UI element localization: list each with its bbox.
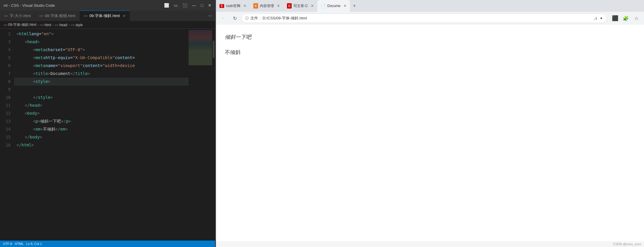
file-label: 文件 bbox=[250, 16, 258, 21]
line-num-8: 8 bbox=[0, 78, 11, 86]
breadcrumb-style-icon: <> bbox=[71, 23, 75, 27]
browser-content: 倾斜一下吧 不倾斜 bbox=[216, 25, 644, 241]
minimap-preview bbox=[189, 30, 212, 65]
scrollbar[interactable] bbox=[212, 29, 215, 241]
tab-font-size-label: 字-大小.html bbox=[10, 13, 31, 19]
browser-tab-document[interactable]: 📄 Docume ✕ bbox=[317, 0, 350, 12]
line-num-12: 12 bbox=[0, 109, 11, 117]
code-content[interactable]: <html lang="en"> <head> <meta charset="U… bbox=[14, 29, 189, 241]
breadcrumb-html-label: html bbox=[44, 23, 51, 27]
breadcrumb-style[interactable]: <> style bbox=[71, 23, 83, 27]
address-sep: | bbox=[260, 16, 261, 20]
tab-html-icon-2: <> bbox=[39, 14, 43, 18]
code-line-13: <p>倾斜一下吧</p> bbox=[14, 117, 189, 125]
code-editor[interactable]: 2 3 4 5 6 7 8 9 10 11 12 13 14 15 16 <ht… bbox=[0, 29, 215, 241]
breadcrumb-sep-1: › bbox=[37, 23, 39, 27]
sidebar-toggle-icon[interactable]: ⬛ bbox=[182, 3, 187, 8]
line-num-2: 2 bbox=[0, 30, 11, 38]
line-num-6: 6 bbox=[0, 62, 11, 70]
csdn-favicon: C bbox=[219, 4, 224, 8]
code-line-9 bbox=[14, 86, 189, 94]
favorites-bar-icon[interactable]: ☆ bbox=[632, 14, 641, 23]
line-num-15: 15 bbox=[0, 133, 11, 141]
status-bar: UTF-8 HTML Ln 8, Col 1 bbox=[0, 241, 215, 247]
back-button[interactable]: ← bbox=[219, 14, 228, 23]
browser-action-icons: ⬛ 🧩 ☆ bbox=[610, 14, 641, 23]
tab-font-italic[interactable]: <> 09-字体-倾斜.html ✕ bbox=[80, 11, 130, 21]
breadcrumb-head[interactable]: <> head bbox=[55, 23, 67, 27]
address-text[interactable]: D:/CSS/09-字体-倾斜.html bbox=[262, 16, 592, 21]
breadcrumb-sep-3: › bbox=[68, 23, 70, 27]
browser-chrome: C csdn官网 ✕ C 内容管理 ✕ C bbox=[216, 0, 644, 25]
line-numbers: 2 3 4 5 6 7 8 9 10 11 12 13 14 15 16 bbox=[0, 29, 14, 241]
code-line-7: <title>Document</title> bbox=[14, 70, 189, 78]
close-icon[interactable]: ✕ bbox=[208, 3, 212, 8]
scrollbar-thumb[interactable] bbox=[213, 41, 214, 58]
browser-tab-document-close[interactable]: ✕ bbox=[344, 4, 346, 8]
refresh-button[interactable]: ↻ bbox=[230, 14, 240, 23]
code-line-3: <head> bbox=[14, 38, 189, 46]
browser-controls: ← ↻ ⓘ 文件 | D:/CSS/09-字体-倾斜.html 𝓐 ✦ ⬛ 🧩 … bbox=[216, 12, 644, 25]
browser-panel: C csdn官网 ✕ C 内容管理 ✕ C bbox=[216, 0, 644, 247]
browser-tab-write[interactable]: C 写文章-C ✕ bbox=[283, 0, 317, 12]
code-line-5: <meta http-equiv="X-UA-Compatible" conte… bbox=[14, 54, 189, 62]
tabs-more-button[interactable]: ··· bbox=[205, 11, 215, 21]
extensions-icon[interactable]: 🧩 bbox=[621, 14, 630, 23]
line-num-5: 5 bbox=[0, 54, 11, 62]
tab-font-size[interactable]: <> 字-大小.html bbox=[0, 11, 35, 21]
favorites-icon[interactable]: ✦ bbox=[600, 16, 603, 21]
breadcrumb-html[interactable]: <> html bbox=[40, 23, 51, 27]
line-num-7: 7 bbox=[0, 70, 11, 78]
c-red-icon: C bbox=[287, 3, 292, 9]
breadcrumb-file[interactable]: <> 09-字体-倾斜.html bbox=[4, 22, 36, 27]
more-icon[interactable]: — bbox=[192, 3, 196, 8]
browser-tab-write-label: 写文章-C bbox=[293, 4, 308, 9]
browser-tabs: C csdn官网 ✕ C 内容管理 ✕ C bbox=[216, 0, 644, 12]
minimap bbox=[189, 29, 212, 241]
browser-tab-document-label: Docume bbox=[327, 4, 341, 8]
tab-font-weight[interactable]: <> 08-字体-粗细.html bbox=[35, 11, 80, 21]
code-line-11: </head> bbox=[14, 101, 189, 109]
line-num-10: 10 bbox=[0, 94, 11, 101]
tab-close-icon[interactable]: ✕ bbox=[123, 14, 126, 18]
code-line-4: <meta charset="UTF-8"> bbox=[14, 46, 189, 54]
breadcrumb-head-icon: <> bbox=[55, 23, 59, 27]
read-mode-icon[interactable]: 𝓐 bbox=[594, 16, 597, 21]
toggle-panel-icon[interactable]: ▭ bbox=[174, 3, 178, 8]
breadcrumb-style-label: style bbox=[75, 23, 83, 27]
browser-tab-write-close[interactable]: ✕ bbox=[311, 4, 314, 8]
tab-font-weight-label: 08-字体-粗细.html bbox=[45, 13, 75, 19]
document-favicon: 📄 bbox=[321, 4, 326, 8]
new-tab-button[interactable]: + bbox=[350, 0, 359, 12]
code-line-2: <html lang="en"> bbox=[14, 30, 189, 38]
browser-tab-content-label: 内容管理 bbox=[260, 4, 274, 9]
line-num-9: 9 bbox=[0, 86, 11, 94]
write-favicon: C bbox=[287, 4, 292, 8]
maximize-icon[interactable]: □ bbox=[201, 3, 203, 8]
c-orange-icon: C bbox=[253, 3, 258, 9]
italic-preview-text: 倾斜一下吧 bbox=[225, 34, 635, 41]
profile-icon[interactable]: ⬛ bbox=[610, 14, 620, 23]
normal-preview-text: 不倾斜 bbox=[225, 49, 635, 56]
browser-tab-csdn[interactable]: C csdn官网 ✕ bbox=[216, 0, 250, 12]
browser-tab-content[interactable]: C 内容管理 ✕ bbox=[250, 0, 283, 12]
footer-text: CSDN @xxxx_xxxx bbox=[613, 242, 641, 246]
breadcrumb-head-label: head bbox=[60, 23, 67, 27]
browser-tab-csdn-label: csdn官网 bbox=[226, 4, 240, 9]
tab-html-icon-3: <> bbox=[84, 14, 88, 18]
status-text: UTF-8 HTML Ln 8, Col 1 bbox=[3, 242, 42, 246]
line-num-16: 16 bbox=[0, 141, 11, 149]
browser-tab-content-close[interactable]: ✕ bbox=[277, 4, 280, 8]
title-bar: ml - CSS - Visual Studio Code ⬜ ▭ ⬛ — □ … bbox=[0, 0, 215, 11]
window-title: ml - CSS - Visual Studio Code bbox=[4, 3, 55, 8]
address-bar[interactable]: ⓘ 文件 | D:/CSS/09-字体-倾斜.html 𝓐 ✦ bbox=[241, 14, 607, 23]
code-line-6: <meta name="viewport" content="width=dev… bbox=[14, 62, 189, 70]
breadcrumb: <> 09-字体-倾斜.html › <> html › <> head › <… bbox=[0, 21, 215, 29]
browser-tab-csdn-close[interactable]: ✕ bbox=[243, 4, 246, 8]
line-num-13: 13 bbox=[0, 117, 11, 125]
split-editor-icon[interactable]: ⬜ bbox=[164, 3, 169, 8]
doc-page-icon: 📄 bbox=[321, 4, 326, 8]
breadcrumb-html-icon: <> bbox=[4, 23, 7, 27]
code-line-16: </html> bbox=[14, 141, 189, 149]
line-num-4: 4 bbox=[0, 46, 11, 54]
